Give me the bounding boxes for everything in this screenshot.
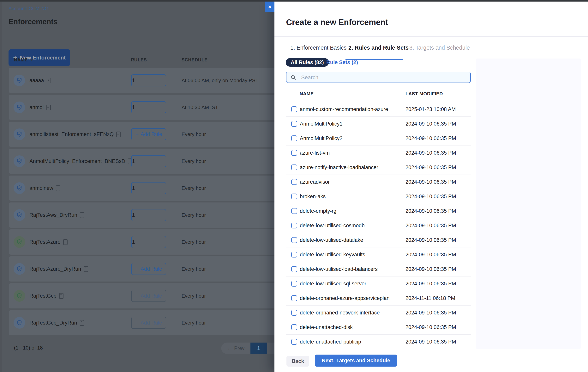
rule-row[interactable]: broken-aks 2024-09-10 06:35 PM — [286, 189, 471, 204]
rule-row[interactable]: azureadvisor 2024-09-10 06:35 PM — [286, 175, 471, 189]
column-header-schedule: SCHEDULE — [181, 57, 208, 63]
rule-sets-filter-link[interactable]: Rule Sets (2) — [325, 58, 359, 67]
rule-row[interactable]: delete-low-utilised-load-balancers 2024-… — [286, 262, 471, 276]
pagination-page-1-button[interactable]: 1 — [251, 343, 267, 354]
rule-last-modified: 2024-09-10 06:35 PM — [406, 121, 456, 127]
rule-checkbox[interactable] — [291, 106, 297, 112]
rule-row[interactable]: delete-empty-rg 2024-09-10 06:35 PM — [286, 204, 471, 218]
schedule-text: Every hour — [181, 230, 206, 255]
rule-row[interactable]: delete-unattached-disk 2024-09-10 06:35 … — [286, 320, 471, 335]
enforcements-table-body: aaaaa 1 At 06:00 AM, only on Monday PST … — [9, 68, 274, 337]
rules-table-body: anmol-custom-recommendation-azure 2025-0… — [286, 102, 471, 349]
rule-last-modified: 2024-09-10 06:35 PM — [406, 324, 456, 330]
rule-checkbox[interactable] — [291, 295, 297, 301]
add-rule-button[interactable] — [131, 155, 166, 167]
add-rule-button[interactable]: +Add Rule — [131, 290, 166, 302]
add-rule-button[interactable] — [131, 182, 166, 194]
rule-name: delete-low-utilised-load-balancers — [300, 266, 378, 272]
breadcrumb[interactable]: Account: CCM-NG — [9, 6, 49, 11]
rule-checkbox[interactable] — [291, 266, 297, 272]
rule-checkbox[interactable] — [291, 194, 297, 199]
clipboard-icon — [63, 239, 68, 245]
rule-row[interactable]: AnmolMultiPolicy2 2024-09-10 06:35 PM — [286, 131, 471, 146]
rule-checkbox[interactable] — [291, 237, 297, 243]
arrow-left-icon: ← — [227, 345, 232, 351]
back-button[interactable]: Back — [286, 356, 309, 367]
enforcement-row[interactable]: AnmolMultiPolicy_Enforcement_BNESsD 1 Ev… — [9, 149, 274, 174]
step-tab-enforcement-basics[interactable]: 1. Enforcement Basics — [290, 44, 346, 51]
enforcement-row[interactable]: aaaaa 1 At 06:00 AM, only on Monday PST — [9, 68, 274, 93]
enforcement-row[interactable]: RajTestGcp_DryRun +Add Rule Every hour — [9, 310, 274, 335]
step-tab-targets-and-schedule[interactable]: 3. Targets and Schedule — [409, 44, 470, 51]
rule-row[interactable]: delete-orphaned-azure-appserviceplan 202… — [286, 291, 471, 306]
enforcement-row[interactable]: anmol 1 At 10:30 AM IST — [9, 95, 274, 120]
rule-checkbox[interactable] — [291, 324, 297, 330]
rule-checkbox[interactable] — [291, 223, 297, 229]
rule-checkbox[interactable] — [291, 339, 297, 345]
rule-checkbox[interactable] — [291, 310, 297, 316]
text-cursor — [300, 74, 300, 81]
add-rule-button[interactable] — [131, 74, 166, 87]
rule-name: delete-low-utilised-keyvaults — [300, 252, 365, 258]
add-rule-button[interactable] — [131, 101, 166, 113]
pagination-prev-button[interactable]: ← Prev — [221, 343, 251, 354]
schedule-text: Every hour — [181, 310, 206, 335]
rule-row[interactable]: azure-notify-inactive-loadbalancer 2024-… — [286, 160, 471, 175]
rule-checkbox[interactable] — [291, 150, 297, 156]
enforcement-row[interactable]: RajTestAzure_DryRun +Add Rule Every hour — [9, 256, 274, 282]
enforcement-row[interactable]: RajTestAzure 1 Every hour — [9, 230, 274, 255]
add-rule-button[interactable] — [131, 236, 166, 248]
enforcement-name: anmollisttest_Enforcement_sFENzQ — [29, 122, 121, 147]
enforcement-name: AnmolMultiPolicy_Enforcement_BNESsD — [29, 149, 132, 174]
rule-checkbox[interactable] — [291, 135, 297, 141]
plus-icon: + — [135, 293, 139, 299]
column-header-name-label: NAME — [14, 57, 28, 62]
enforcement-row[interactable]: anmollisttest_Enforcement_sFENzQ +Add Ru… — [9, 122, 274, 147]
rule-row[interactable]: delete-orphaned-network-interface 2024-0… — [286, 306, 471, 320]
shield-check-icon — [13, 101, 25, 113]
add-rule-button[interactable]: +Add Rule — [131, 317, 166, 329]
enforcement-row[interactable]: anmolnew 1 Every hour — [9, 175, 274, 201]
rules-column-header-name: NAME — [300, 91, 314, 97]
rule-row[interactable]: delete-unattached-publicip 2024-09-10 06… — [286, 335, 471, 349]
rule-row[interactable]: delete-low-utilised-sql-server 2024-09-1… — [286, 276, 471, 291]
enforcement-name: RajTestAzure — [29, 230, 68, 255]
add-rule-button[interactable]: +Add Rule — [131, 263, 166, 275]
rule-checkbox[interactable] — [291, 121, 297, 127]
add-rule-button[interactable] — [131, 209, 166, 221]
rule-row[interactable]: anmol-custom-recommendation-azure 2025-0… — [286, 102, 471, 117]
rule-row[interactable]: delete-low-utilised-cosmodb 2024-09-10 0… — [286, 218, 471, 233]
step-tab-rules-and-rule-sets[interactable]: 2. Rules and Rule Sets — [348, 44, 409, 51]
close-drawer-button[interactable]: × — [265, 1, 274, 12]
clipboard-icon — [59, 293, 63, 299]
rule-row[interactable]: AnmolMultiPolicy1 2024-09-10 06:35 PM — [286, 117, 471, 131]
sort-caret-icon: ▾ — [31, 58, 33, 62]
rule-checkbox[interactable] — [291, 164, 297, 170]
search-icon — [290, 75, 296, 80]
rule-last-modified: 2024-09-10 06:35 PM — [406, 208, 456, 214]
search-input[interactable] — [301, 72, 468, 83]
create-enforcement-drawer: × Create a new Enforcement 1. Enforcemen… — [274, 1, 588, 372]
rule-checkbox[interactable] — [291, 208, 297, 214]
column-header-name[interactable]: NAME▾ — [14, 57, 33, 63]
rule-row[interactable]: delete-low-utilised-datalake 2024-09-10 … — [286, 233, 471, 247]
enforcement-row[interactable]: RajTestGcp +Add Rule Every hour — [9, 283, 274, 308]
pagination: ← Prev 1 — [221, 343, 274, 354]
enforcement-row[interactable]: RajTestAws_DryRun 1 Every hour — [9, 202, 274, 228]
shield-check-icon — [13, 129, 25, 140]
rule-checkbox[interactable] — [291, 281, 297, 286]
shield-check-icon — [13, 75, 25, 86]
rules-column-header-last-modified: LAST MODIFIED — [406, 91, 443, 97]
rule-row[interactable]: delete-low-utilised-keyvaults 2024-09-10… — [286, 247, 471, 262]
shield-check-icon — [13, 236, 25, 248]
rule-row[interactable]: azure-list-vm 2024-09-10 06:35 PM — [286, 146, 471, 160]
rule-last-modified: 2025-01-23 10:08 AM — [406, 106, 456, 112]
schedule-text: At 06:00 AM, only on Monday PST — [181, 68, 258, 93]
all-rules-filter-pill[interactable]: All Rules (82) — [286, 58, 329, 67]
next-targets-schedule-button[interactable]: Next: Targets and Schedule — [315, 355, 397, 367]
shield-check-icon — [13, 317, 25, 328]
clipboard-icon — [116, 131, 121, 137]
rule-checkbox[interactable] — [291, 252, 297, 258]
rule-checkbox[interactable] — [291, 179, 297, 185]
add-rule-button[interactable]: +Add Rule — [131, 128, 166, 140]
